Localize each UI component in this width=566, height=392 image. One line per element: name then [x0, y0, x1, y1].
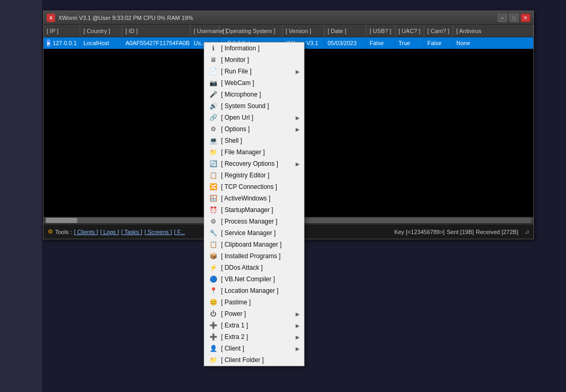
menu-item-20[interactable]: 🔵[ VB.Net Compiler ] [204, 273, 304, 285]
col-date[interactable]: [ Date ] [324, 25, 366, 37]
menu-item-label-20: [ VB.Net Compiler ] [221, 276, 300, 283]
menu-item-8[interactable]: 💻[ Shell ] [204, 135, 304, 146]
tasks-link[interactable]: [ Tasks ] [121, 229, 142, 235]
menu-item-icon-15: ⚙ [208, 217, 218, 226]
menu-item-label-4: [ Microphone ] [221, 91, 300, 98]
menu-item-icon-25: ➕ [208, 332, 218, 342]
menu-item-label-14: [ StartupManager ] [221, 206, 300, 214]
menu-item-17[interactable]: 📋[ Clipboard Manager ] [204, 239, 304, 250]
col-usb[interactable]: [ USB? ] [366, 25, 395, 37]
menu-item-6[interactable]: 🔗[ Open Url ]▶ [204, 112, 304, 123]
menu-item-label-19: [ DDos Attack ] [221, 264, 300, 271]
menu-item-icon-3: 📷 [208, 78, 218, 88]
menu-item-13[interactable]: 🪟[ ActiveWindows ] [204, 193, 304, 204]
clients-link[interactable]: [ Clients ] [74, 229, 98, 235]
menu-item-icon-2: 📄 [208, 67, 218, 76]
menu-item-21[interactable]: 📍[ Location Manager ] [204, 285, 304, 296]
col-av[interactable]: [ Antivirus [453, 25, 533, 37]
menu-item-label-1: [ Monitor ] [221, 56, 300, 63]
menu-item-icon-22: 😊 [208, 298, 218, 307]
row-status-icon: ▶ [47, 39, 50, 47]
menu-item-14[interactable]: ⏰[ StartupManager ] [204, 204, 304, 216]
menu-item-icon-17: 📋 [208, 240, 218, 249]
menu-item-arrow-2: ▶ [296, 69, 300, 75]
menu-item-19[interactable]: ⚡[ DDos Attack ] [204, 262, 304, 273]
menu-item-10[interactable]: 🔄[ Recovery Options ]▶ [204, 158, 304, 169]
col-cam[interactable]: [ Cam? ] [424, 25, 453, 37]
close-button[interactable]: ✕ [521, 14, 530, 22]
menu-item-icon-4: 🎤 [208, 90, 218, 99]
menu-item-27[interactable]: 📁[ Client Folder ] [204, 354, 304, 366]
menu-item-label-22: [ Pastime ] [221, 299, 300, 306]
menu-item-9[interactable]: 📁[ File Manager ] [204, 146, 304, 158]
menu-item-label-18: [ Installed Programs ] [221, 252, 300, 260]
col-uac[interactable]: [ UAC? ] [395, 25, 424, 37]
cell-country: LocalHost [80, 37, 122, 49]
menu-item-icon-19: ⚡ [208, 263, 218, 272]
menu-item-label-27: [ Client Folder ] [221, 356, 300, 364]
menu-item-icon-14: ⏰ [208, 205, 218, 215]
f-link[interactable]: [ F... [174, 229, 185, 235]
menu-item-icon-12: 🔀 [208, 182, 218, 192]
menu-item-16[interactable]: 🔧[ Service Manager ] [204, 227, 304, 239]
logs-link[interactable]: [ Logs ] [100, 229, 119, 235]
cell-cam: False [424, 37, 453, 49]
menu-item-icon-13: 🪟 [208, 194, 218, 203]
menu-item-arrow-7: ▶ [296, 126, 300, 132]
cell-date: 05/03/2023 [324, 37, 366, 49]
menu-item-12[interactable]: 🔀[ TCP Connections ] [204, 181, 304, 193]
menu-item-icon-7: ⚙ [208, 124, 218, 134]
menu-item-label-16: [ Service Manager ] [221, 229, 300, 237]
menu-item-18[interactable]: 📦[ Installed Programs ] [204, 250, 304, 262]
menu-item-arrow-23: ▶ [296, 311, 300, 317]
menu-item-15[interactable]: ⚙[ Process Manager ] [204, 216, 304, 227]
col-country[interactable]: [ Country ] [80, 25, 122, 37]
minimize-button[interactable]: ─ [498, 14, 507, 22]
menu-item-label-25: [ Extra 2 ] [221, 333, 296, 341]
scroll-thumb[interactable] [46, 218, 77, 223]
menu-item-5[interactable]: 🔊[ System Sound ] [204, 100, 304, 112]
menu-item-icon-0: ℹ [208, 44, 218, 53]
menu-item-icon-6: 🔗 [208, 113, 218, 122]
menu-item-3[interactable]: 📷[ WebCam ] [204, 77, 304, 89]
menu-item-icon-26: 👤 [208, 344, 218, 353]
screens-link[interactable]: [ Screens ] [144, 229, 172, 235]
menu-item-22[interactable]: 😊[ Pastime ] [204, 296, 304, 308]
menu-item-icon-8: 💻 [208, 136, 218, 145]
menu-item-23[interactable]: ⏻[ Power ]▶ [204, 308, 304, 320]
menu-item-arrow-10: ▶ [296, 161, 300, 167]
menu-item-25[interactable]: ➕[ Extra 2 ]▶ [204, 331, 304, 343]
menu-item-icon-11: 📋 [208, 171, 218, 180]
menu-item-0[interactable]: ℹ[ Information ] [204, 43, 304, 54]
menu-item-7[interactable]: ⚙[ Options ]▶ [204, 123, 304, 135]
menu-item-label-8: [ Shell ] [221, 137, 300, 144]
window-icon: X [47, 14, 55, 22]
col-ip[interactable]: [ IP ] [44, 25, 80, 37]
menu-item-arrow-6: ▶ [296, 115, 300, 121]
cell-id: A0AF55427F11754FA0BE [122, 37, 191, 49]
menu-item-26[interactable]: 👤[ Client ]▶ [204, 343, 304, 354]
col-username[interactable]: [ Username ] [191, 25, 219, 37]
context-menu: ℹ[ Information ]🖥[ Monitor ]📄[ Run File … [204, 42, 305, 366]
menu-item-label-0: [ Information ] [221, 45, 300, 52]
cell-uac: True [395, 37, 424, 49]
menu-item-arrow-26: ▶ [296, 346, 300, 352]
col-id[interactable]: [ ID ] [122, 25, 191, 37]
window-title: XWorm V3.1 @User 9:33:02 PM CPU 0% RAM 1… [58, 15, 498, 21]
menu-item-label-13: [ ActiveWindows ] [221, 195, 300, 202]
col-version[interactable]: [ Version ] [282, 25, 324, 37]
menu-item-4[interactable]: 🎤[ Microphone ] [204, 89, 304, 100]
menu-item-icon-9: 📁 [208, 147, 218, 157]
cell-ip: ▶ 127.0.0.1 [44, 37, 80, 49]
menu-item-11[interactable]: 📋[ Registry Editor ] [204, 169, 304, 181]
menu-item-label-11: [ Registry Editor ] [221, 172, 300, 179]
menu-item-label-10: [ Recovery Options ] [221, 160, 296, 167]
menu-item-24[interactable]: ➕[ Extra 1 ]▶ [204, 320, 304, 331]
menu-item-2[interactable]: 📄[ Run File ]▶ [204, 66, 304, 77]
col-os[interactable]: [ Operating System ] [219, 25, 282, 37]
maximize-button[interactable]: □ [509, 14, 519, 22]
menu-item-1[interactable]: 🖥[ Monitor ] [204, 54, 304, 66]
menu-item-label-9: [ File Manager ] [221, 149, 300, 156]
menu-item-label-15: [ Process Manager ] [221, 218, 300, 225]
menu-item-label-3: [ WebCam ] [221, 79, 300, 87]
